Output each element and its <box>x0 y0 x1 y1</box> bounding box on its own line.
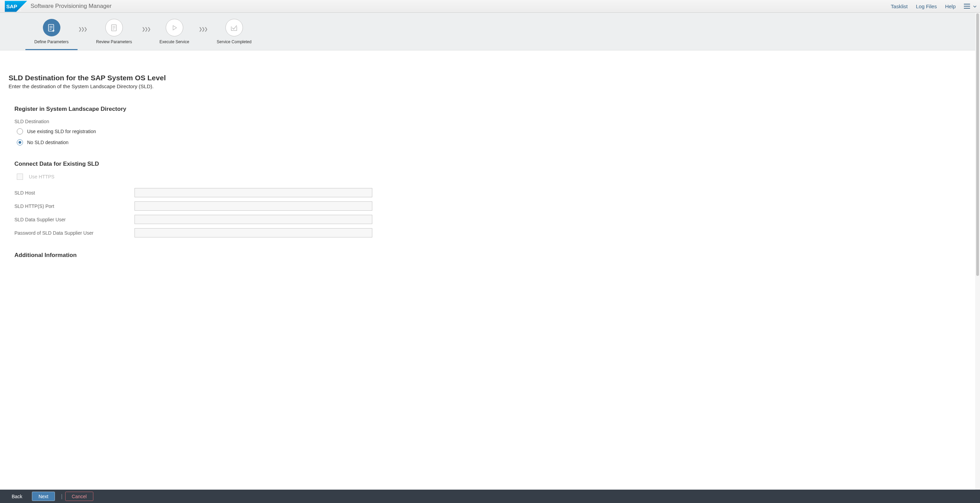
app-header: SAP ® Software Provisioning Manager Task… <box>0 0 980 13</box>
footer-bar: Back Next | Cancel <box>0 490 980 503</box>
app-title: Software Provisioning Manager <box>30 3 111 10</box>
page-subtitle: Enter the destination of the System Land… <box>9 83 971 89</box>
wizard-page: SLD Destination for the SAP System OS Le… <box>0 51 980 275</box>
radio-label: Use existing SLD for registration <box>27 129 96 134</box>
wizard-stepper: Define Parameters ❯❯❯ Review Parameters … <box>0 13 980 51</box>
checkbox-use-https[interactable]: Use HTTPS <box>9 174 971 180</box>
sld-destination-label: SLD Destination <box>9 119 971 124</box>
main-panel: Define Parameters ❯❯❯ Review Parameters … <box>0 13 980 490</box>
step-execute-service[interactable]: Execute Service <box>159 19 189 50</box>
sld-user-input[interactable] <box>135 215 372 224</box>
arrows-icon: ❯❯❯ <box>78 26 86 32</box>
arrows-icon: ❯❯❯ <box>199 26 207 32</box>
radio-no-sld-destination[interactable]: No SLD destination <box>9 139 971 145</box>
step-label: Review Parameters <box>96 40 132 44</box>
arrows-icon: ❯❯❯ <box>142 26 150 32</box>
section-additional-info-title: Additional Information <box>9 252 971 259</box>
sld-password-input[interactable] <box>135 228 372 237</box>
page-title: SLD Destination for the SAP System OS Le… <box>9 74 971 82</box>
svg-text:SAP: SAP <box>6 3 17 9</box>
chevron-down-icon[interactable] <box>973 3 977 9</box>
radio-label: No SLD destination <box>27 140 68 145</box>
cancel-button[interactable]: Cancel <box>65 492 93 501</box>
separator: | <box>61 493 62 500</box>
svg-text:®: ® <box>20 9 21 11</box>
execute-service-icon <box>166 19 183 37</box>
step-service-completed[interactable]: Service Completed <box>216 19 251 50</box>
step-label: Define Parameters <box>34 40 68 44</box>
define-parameters-icon <box>43 19 60 37</box>
radio-icon <box>17 128 23 134</box>
step-label: Service Completed <box>216 40 251 44</box>
menu-icon[interactable] <box>964 4 970 9</box>
log-files-link[interactable]: Log Files <box>916 3 937 9</box>
tasklist-link[interactable]: Tasklist <box>891 3 908 9</box>
next-button[interactable]: Next <box>32 492 55 501</box>
sld-port-input[interactable] <box>135 201 372 211</box>
back-button[interactable]: Back <box>5 492 29 501</box>
service-completed-icon <box>226 19 243 37</box>
section-connect-data-title: Connect Data for Existing SLD <box>9 161 971 167</box>
help-link[interactable]: Help <box>945 3 956 9</box>
sld-host-input[interactable] <box>135 188 372 197</box>
sld-user-label: SLD Data Supplier User <box>14 217 135 222</box>
step-define-parameters[interactable]: Define Parameters <box>34 19 68 50</box>
sap-logo: SAP ® <box>5 1 27 12</box>
section-register-sld-title: Register in System Landscape Directory <box>9 106 971 113</box>
review-parameters-icon <box>105 19 123 37</box>
checkbox-label: Use HTTPS <box>29 174 54 180</box>
radio-use-existing-sld[interactable]: Use existing SLD for registration <box>9 128 971 134</box>
step-review-parameters[interactable]: Review Parameters <box>96 19 132 50</box>
sld-host-label: SLD Host <box>14 190 135 196</box>
radio-icon <box>17 139 23 145</box>
svg-marker-16 <box>173 25 177 30</box>
sld-password-label: Password of SLD Data Supplier User <box>14 230 135 236</box>
scrollbar[interactable] <box>975 13 980 490</box>
scrollbar-thumb[interactable] <box>976 13 979 276</box>
step-label: Execute Service <box>159 40 189 44</box>
sld-port-label: SLD HTTP(S) Port <box>14 204 135 209</box>
checkbox-icon <box>17 174 23 180</box>
